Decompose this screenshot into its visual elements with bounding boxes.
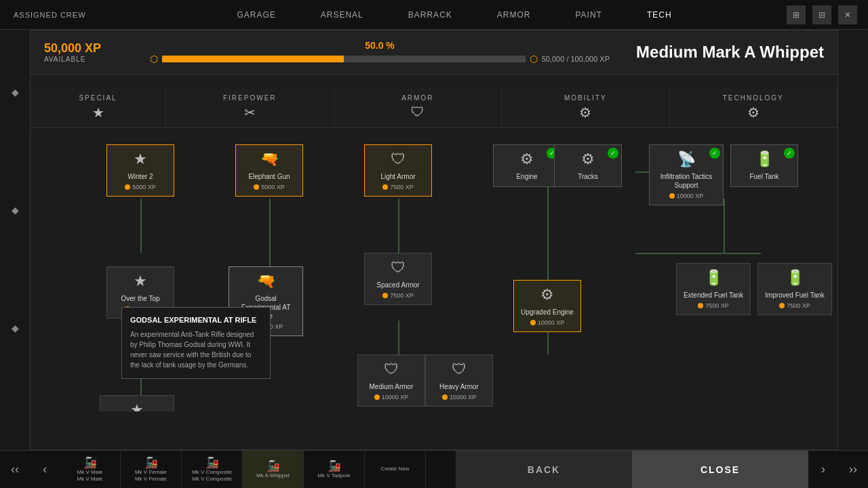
- filter-icon-button[interactable]: ⊟: [812, 5, 831, 24]
- upgraded-engine-cost: 10000 XP: [530, 319, 565, 326]
- node-fuel-tank[interactable]: ✓ 🔋 Fuel Tank: [730, 144, 798, 187]
- node-spaced-armor[interactable]: 🛡 Spaced Armor 7500 XP: [364, 253, 432, 305]
- assigned-crew-label: ASSIGNED CREW: [0, 11, 122, 19]
- node-infiltration-wrapper: ✓ 📡 Infiltration Tactics Support 10000 X…: [649, 144, 724, 205]
- xp-header: 50,000 XP AVAILABLE 50.0 % ⬡ ⬡ 50,000 / …: [31, 30, 837, 75]
- node-medium-armor[interactable]: 🛡 Medium Armor 10000 XP: [357, 354, 425, 407]
- node-heavy-armor[interactable]: 🛡 Heavy Armor 15000 XP: [425, 354, 493, 407]
- nav-paint[interactable]: PAINT: [570, 7, 607, 22]
- xp-count: 50,000 / 100,000 XP: [542, 55, 610, 63]
- category-technology: TECHNOLOGY ⚙: [670, 87, 838, 127]
- tank1-name: Mk V Female Mk V Female: [135, 469, 167, 483]
- light-armor-icon: 🛡: [391, 150, 406, 168]
- xp-dot: [125, 184, 130, 190]
- tank3-name: Mk A Whippet: [256, 472, 290, 479]
- upgraded-engine-name: Upgraded Engine: [521, 308, 574, 317]
- node-engine[interactable]: ✓ ⚙ Engine: [493, 144, 561, 187]
- xp-amount: 50,000 XP: [44, 41, 139, 56]
- elephant-gun-name: Elephant Gun: [248, 172, 290, 181]
- back-button[interactable]: BACK: [456, 451, 632, 489]
- category-mobility: MOBILITY ⚙: [502, 87, 670, 127]
- technology-icon: ⚙: [747, 104, 760, 121]
- xp-dot: [382, 293, 388, 298]
- settings-icon-button[interactable]: ✕: [838, 5, 857, 24]
- improved-fuel-name: Improved Fuel Tank: [765, 291, 825, 300]
- bottom-tank-5[interactable]: Create New: [365, 451, 426, 488]
- tooltip-box: GODSAL EXPERIMENTAL AT RIFLE An experime…: [121, 307, 271, 379]
- xp-bar-wrapper: ⬡ ⬡ 50,000 / 100,000 XP: [150, 54, 610, 64]
- category-armor: ARMOR 🛡: [334, 87, 502, 127]
- node-heavy-armor-wrapper: 🛡 Heavy Armor 15000 XP: [425, 354, 493, 407]
- bottom-tank-list: 🚂 Mk V Male Mk V Male 🚂 Mk V Female Mk V…: [60, 451, 456, 488]
- node-elephant-gun[interactable]: 🔫 Elephant Gun 5000 XP: [235, 144, 303, 197]
- fuel-tank-icon: 🔋: [755, 150, 774, 168]
- armor-icon: 🛡: [411, 104, 425, 120]
- bottom-left-arrow[interactable]: ‹‹: [0, 451, 30, 488]
- nav-garage[interactable]: GARAGE: [231, 7, 281, 22]
- node-tracks-wrapper: ✓ ⚙ Tracks: [554, 144, 622, 187]
- xp-bar-left-icon: ⬡: [150, 54, 158, 64]
- node-elephant-wrapper: 🔫 Elephant Gun 5000 XP: [235, 144, 303, 197]
- spaced-armor-name: Spaced Armor: [376, 281, 419, 289]
- main-panel: 50,000 XP AVAILABLE 50.0 % ⬡ ⬡ 50,000 / …: [30, 30, 838, 450]
- tank4-icon: 🚂: [328, 460, 341, 472]
- engine-icon: ⚙: [520, 150, 534, 168]
- node-tracks[interactable]: ✓ ⚙ Tracks: [554, 144, 622, 187]
- node-winter2[interactable]: ★ Winter 2 5000 XP: [106, 144, 174, 197]
- bottom-right-arrow[interactable]: ››: [838, 451, 868, 488]
- node-extended-fuel[interactable]: 🔋 Extended Fuel Tank 7500 XP: [676, 263, 751, 315]
- elephant-gun-cost: 5000 XP: [254, 184, 285, 190]
- nav-barrack[interactable]: BARRACK: [403, 7, 458, 22]
- tank2-name: Mk V Composite Mk V Composite: [192, 469, 232, 483]
- medium-armor-cost: 10000 XP: [374, 394, 409, 401]
- elephant-gun-icon: 🔫: [260, 150, 279, 168]
- bottom-prev-arrow[interactable]: ‹: [30, 451, 60, 488]
- xp-dot: [382, 184, 388, 190]
- node-light-armor[interactable]: 🛡 Light Armor 7500 XP: [364, 144, 432, 197]
- node-decal[interactable]: ★ Medium Mark A Whippet Decal 0 XP: [100, 395, 174, 411]
- xp-bar-right-icon: ⬡: [530, 54, 538, 64]
- tank3-icon: 🚂: [267, 460, 280, 472]
- close-button[interactable]: CLOSE: [632, 451, 808, 489]
- bottom-tank-1[interactable]: 🚂 Mk V Female Mk V Female: [121, 451, 182, 488]
- nav-arsenal[interactable]: ARSENAL: [315, 7, 369, 22]
- bottom-tank-2[interactable]: 🚂 Mk V Composite Mk V Composite: [182, 451, 243, 488]
- bottom-bar: ‹‹ ‹ 🚂 Mk V Male Mk V Male 🚂 Mk V Female…: [0, 450, 868, 488]
- node-upgraded-engine-wrapper: ⚙ Upgraded Engine 10000 XP: [513, 280, 581, 332]
- vline-tech-1: [724, 199, 725, 253]
- xp-dot: [374, 394, 380, 400]
- tank0-name: Mk V Male Mk V Male: [77, 469, 103, 483]
- node-spaced-armor-wrapper: 🛡 Spaced Armor 7500 XP: [364, 253, 432, 305]
- bottom-tank-3[interactable]: 🚂 Mk A Whippet: [243, 451, 304, 488]
- xp-bar-fill: [162, 56, 344, 62]
- nav-armor[interactable]: ARMOR: [492, 7, 536, 22]
- bottom-next-arrow[interactable]: ›: [808, 451, 838, 488]
- infiltration-icon: 📡: [677, 150, 696, 168]
- node-infiltration[interactable]: ✓ 📡 Infiltration Tactics Support 10000 X…: [649, 144, 724, 205]
- hline-tech-2: [635, 253, 761, 254]
- engine-name: Engine: [516, 172, 537, 181]
- mobility-icon: ⚙: [579, 104, 591, 121]
- bottom-tank-4[interactable]: 🚂 Mk V Tadpole: [304, 451, 365, 488]
- node-upgraded-engine[interactable]: ⚙ Upgraded Engine 10000 XP: [513, 280, 581, 332]
- godsal-icon: 🔫: [257, 272, 275, 290]
- bottom-tank-0[interactable]: 🚂 Mk V Male Mk V Male: [60, 451, 121, 488]
- vline-special-1: [140, 199, 142, 253]
- xp-bar-section: 50.0 % ⬡ ⬡ 50,000 / 100,000 XP: [150, 40, 610, 64]
- node-winter2-wrapper: ★ Winter 2 5000 XP: [106, 144, 174, 197]
- tooltip-title: GODSAL EXPERIMENTAL AT RIFLE: [130, 316, 262, 324]
- tracks-name: Tracks: [578, 172, 598, 181]
- tank2-icon: 🚂: [205, 456, 219, 469]
- node-decal-wrapper: ★ Medium Mark A Whippet Decal 0 XP: [100, 395, 174, 411]
- nav-tech[interactable]: TECH: [642, 7, 677, 22]
- medium-armor-name: Medium Armor: [369, 382, 413, 391]
- xp-available-section: 50,000 XP AVAILABLE: [44, 41, 139, 63]
- left-sidebar: ◆ ◆ ◆: [0, 30, 30, 488]
- upgraded-engine-icon: ⚙: [540, 286, 554, 304]
- node-improved-fuel[interactable]: 🔋 Improved Fuel Tank 7500 XP: [757, 263, 832, 315]
- grid-icon-button[interactable]: ⊞: [787, 5, 806, 24]
- category-headers: SPECIAL ★ FIREPOWER ✂ ARMOR 🛡 MOBILITY ⚙…: [31, 87, 837, 128]
- rank-icon-1: ◆: [5, 84, 24, 100]
- xp-dot: [698, 303, 703, 308]
- extended-fuel-cost: 7500 XP: [698, 302, 729, 309]
